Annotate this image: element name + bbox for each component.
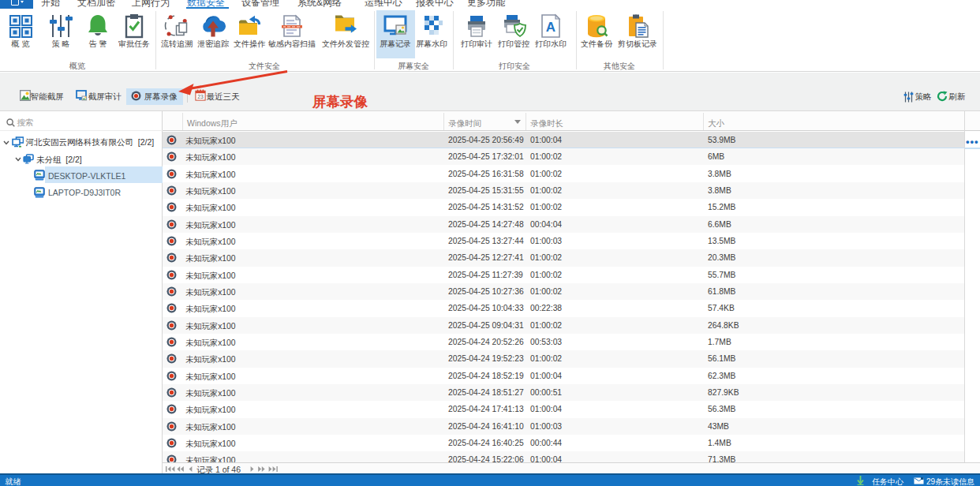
svg-text:23: 23 xyxy=(197,94,204,99)
svg-text:A: A xyxy=(546,20,555,35)
